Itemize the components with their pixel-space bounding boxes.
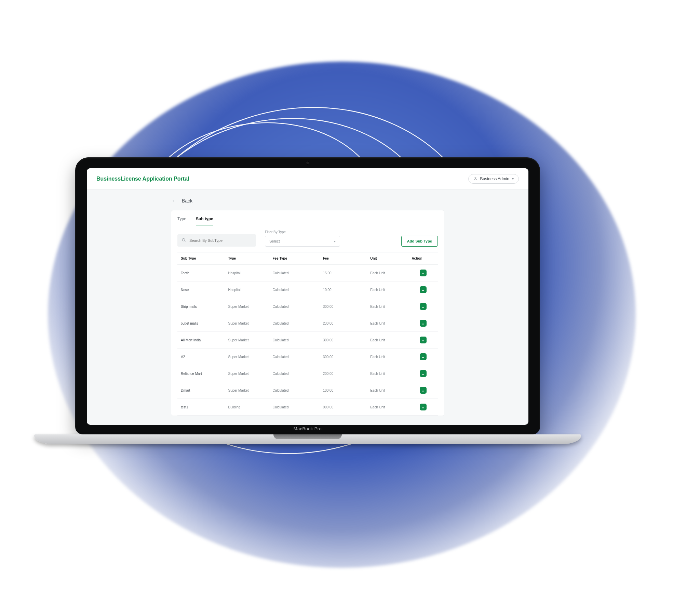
star-icon	[39, 82, 80, 123]
row-action-button[interactable]: ⌄	[420, 337, 427, 343]
chevron-down-icon: ▾	[334, 239, 336, 243]
table-row: DmartSuper MarketCalculated100.00Each Un…	[177, 382, 438, 399]
cell-type: Hospital	[225, 282, 269, 298]
cell-fee: 300.00	[320, 332, 367, 349]
cell-sub-type: outlet malls	[177, 315, 225, 332]
cell-unit: Each Unit	[367, 399, 408, 416]
topbar: BusinessLicense Application Portal Busin…	[87, 168, 528, 189]
cell-sub-type: All Mart India	[177, 332, 225, 349]
tab-sub-type[interactable]: Sub type	[196, 215, 213, 225]
app-title: BusinessLicense Application Portal	[96, 176, 189, 182]
filter-select[interactable]: Select ▾	[265, 236, 340, 247]
table-row: All Mart IndiaSuper MarketCalculated300.…	[177, 332, 438, 349]
user-menu[interactable]: Business Admin ▾	[468, 174, 519, 184]
cell-unit: Each Unit	[367, 315, 408, 332]
svg-line-8	[185, 241, 186, 242]
laptop-body: BusinessLicense Application Portal Busin…	[75, 157, 540, 434]
tabs: Type Sub type	[177, 215, 438, 225]
cell-fee: 15.00	[320, 265, 367, 282]
cell-unit: Each Unit	[367, 382, 408, 399]
laptop-foot	[34, 434, 581, 444]
cell-fee: 300.00	[320, 349, 367, 365]
add-sub-type-button[interactable]: Add Sub Type	[401, 236, 438, 247]
user-label: Business Admin	[480, 176, 509, 181]
cell-fee-type: Calculated	[269, 349, 319, 365]
col-type: Type	[225, 252, 269, 265]
chevron-down-icon: ▾	[512, 177, 514, 181]
row-action-button[interactable]: ⌄	[420, 286, 427, 293]
search-input[interactable]	[189, 238, 252, 243]
user-icon	[473, 176, 477, 181]
cell-fee: 100.00	[320, 382, 367, 399]
cell-fee: 230.00	[320, 315, 367, 332]
filter-placeholder: Select	[269, 239, 280, 243]
row-action-button[interactable]: ⌄	[420, 387, 427, 394]
row-action-button[interactable]: ⌄	[420, 303, 427, 310]
svg-point-7	[182, 238, 185, 241]
cell-unit: Each Unit	[367, 349, 408, 365]
row-action-button[interactable]: ⌄	[420, 353, 427, 360]
cell-fee-type: Calculated	[269, 298, 319, 315]
col-fee: Fee	[320, 252, 367, 265]
cell-fee: 10.00	[320, 282, 367, 298]
cell-sub-type: test1	[177, 399, 225, 416]
camera-notch	[306, 161, 309, 165]
col-unit: Unit	[367, 252, 408, 265]
cell-type: Building	[225, 399, 269, 416]
row-action-button[interactable]: ⌄	[420, 270, 427, 276]
search-box[interactable]	[177, 234, 256, 247]
cell-sub-type: Reliance Mart	[177, 365, 225, 382]
cell-sub-type: Nose	[177, 282, 225, 298]
table-row: NoseHospitalCalculated10.00Each Unit⌄	[177, 282, 438, 298]
table-row: V2Super MarketCalculated300.00Each Unit⌄	[177, 349, 438, 365]
app-screen: BusinessLicense Application Portal Busin…	[87, 168, 528, 425]
device-brand: MacBook Pro	[294, 426, 322, 431]
cell-type: Super Market	[225, 298, 269, 315]
cell-type: Super Market	[225, 332, 269, 349]
cell-fee-type: Calculated	[269, 315, 319, 332]
row-action-button[interactable]: ⌄	[420, 404, 427, 410]
cell-fee-type: Calculated	[269, 265, 319, 282]
table-row: Strip mallsSuper MarketCalculated300.00E…	[177, 298, 438, 315]
cell-type: Hospital	[225, 265, 269, 282]
cell-fee-type: Calculated	[269, 365, 319, 382]
back-label: Back	[182, 198, 192, 204]
cell-fee: 300.00	[320, 298, 367, 315]
cell-unit: Each Unit	[367, 332, 408, 349]
cell-fee-type: Calculated	[269, 382, 319, 399]
table-row: TeethHospitalCalculated15.00Each Unit⌄	[177, 265, 438, 282]
cell-fee: 200.00	[320, 365, 367, 382]
page-body: ← Back Type Sub type	[87, 189, 528, 425]
cell-type: Super Market	[225, 365, 269, 382]
laptop-device: BusinessLicense Application Portal Busin…	[75, 157, 540, 444]
back-button[interactable]: ← Back	[171, 196, 444, 210]
cell-unit: Each Unit	[367, 298, 408, 315]
table-row: test1BuildingCalculated900.00Each Unit⌄	[177, 399, 438, 416]
cell-fee-type: Calculated	[269, 332, 319, 349]
cell-sub-type: V2	[177, 349, 225, 365]
search-icon	[181, 238, 186, 243]
cell-unit: Each Unit	[367, 265, 408, 282]
col-sub-type: Sub Type	[177, 252, 225, 265]
col-fee-type: Fee Type	[269, 252, 319, 265]
row-action-button[interactable]: ⌄	[420, 370, 427, 377]
cell-type: Super Market	[225, 315, 269, 332]
filter-row: Filter By Type Select ▾ Add Sub Type	[177, 230, 438, 247]
cell-unit: Each Unit	[367, 365, 408, 382]
table-row: outlet mallsSuper MarketCalculated230.00…	[177, 315, 438, 332]
device-brand-row: MacBook Pro	[75, 426, 540, 434]
filter-label: Filter By Type	[265, 230, 392, 234]
row-action-button[interactable]: ⌄	[420, 320, 427, 327]
content-panel: Type Sub type Filter By Typ	[171, 210, 444, 416]
col-action: Action	[408, 252, 438, 265]
cell-sub-type: Strip malls	[177, 298, 225, 315]
cell-sub-type: Dmart	[177, 382, 225, 399]
sub-type-table: Sub Type Type Fee Type Fee Unit Action T…	[177, 252, 438, 416]
cell-type: Super Market	[225, 349, 269, 365]
cell-sub-type: Teeth	[177, 265, 225, 282]
cell-unit: Each Unit	[367, 282, 408, 298]
arrow-left-icon: ←	[172, 198, 177, 204]
cell-type: Super Market	[225, 382, 269, 399]
tab-type[interactable]: Type	[177, 215, 186, 225]
cell-fee-type: Calculated	[269, 282, 319, 298]
